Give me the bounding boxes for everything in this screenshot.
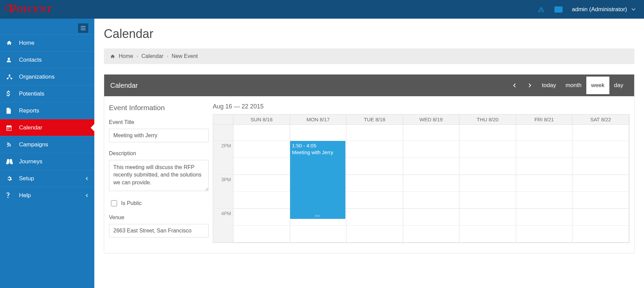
- day-header[interactable]: SAT 8/22: [572, 115, 629, 124]
- prev-button[interactable]: [507, 79, 522, 91]
- time-label: 4PM: [213, 209, 233, 243]
- calendar-panel-header: Calendar today month week day: [104, 75, 634, 96]
- breadcrumb: Home › Calendar › New Event: [104, 48, 634, 64]
- day-column[interactable]: [403, 125, 460, 243]
- week-view-button[interactable]: week: [586, 77, 609, 94]
- sidebar-item-label: Home: [19, 40, 34, 46]
- day-header[interactable]: TUE 8/18: [346, 115, 403, 124]
- sidebar-item-reports[interactable]: Reports: [0, 102, 94, 119]
- time-label: 2PM: [213, 141, 233, 175]
- day-header[interactable]: THU 8/20: [459, 115, 516, 124]
- description-label: Description: [109, 150, 209, 157]
- mail-icon[interactable]: [554, 6, 563, 13]
- breadcrumb-new-event[interactable]: New Event: [172, 53, 198, 59]
- chevron-left-icon: [86, 193, 88, 198]
- day-header[interactable]: SUN 8/16: [233, 115, 290, 124]
- next-button[interactable]: [522, 79, 537, 91]
- day-header[interactable]: WED 8/19: [403, 115, 460, 124]
- sidebar-item-label: Contacts: [19, 57, 42, 63]
- breadcrumb-sep-icon: ›: [167, 54, 168, 59]
- sidebar: HomeContactsOrganizationsPotentialsRepor…: [0, 19, 94, 288]
- dollar-icon: [6, 90, 14, 97]
- header-right: admin (Administrator): [537, 6, 636, 13]
- sidebar-item-label: Potentials: [19, 90, 44, 97]
- sidebar-item-label: Reports: [19, 107, 39, 114]
- sidebar-item-contacts[interactable]: Contacts: [0, 51, 94, 68]
- calendar-icon: [6, 125, 14, 131]
- day-column[interactable]: [572, 125, 629, 243]
- day-column[interactable]: [233, 125, 290, 243]
- sidebar-item-label: Organizations: [19, 74, 55, 80]
- day-column[interactable]: [346, 125, 403, 243]
- breadcrumb-home[interactable]: Home: [119, 53, 133, 59]
- venue-label: Venue: [109, 214, 209, 221]
- chevron-down-icon: [631, 8, 636, 11]
- chevron-left-icon: [86, 177, 88, 181]
- sidebar-item-label: Setup: [19, 175, 34, 182]
- user-label: admin (Administrator): [572, 6, 627, 13]
- sidebar-item-help[interactable]: Help: [0, 187, 94, 204]
- alert-icon[interactable]: [537, 6, 545, 13]
- sidebar-item-potentials[interactable]: Potentials: [0, 85, 94, 102]
- gear-icon: [6, 176, 14, 182]
- calendar-panel-title: Calendar: [110, 82, 138, 89]
- event-time: 1:50 - 4:05: [292, 143, 317, 148]
- home-icon: [110, 54, 115, 59]
- page-title: Calendar: [104, 27, 634, 41]
- description-input[interactable]: [109, 160, 209, 191]
- event-title: Meeting with Jerry: [292, 149, 334, 155]
- breadcrumb-calendar[interactable]: Calendar: [141, 53, 164, 59]
- calendar-event[interactable]: 1:50 - 4:05 Meeting with Jerry ==: [290, 141, 345, 219]
- is-public-label: Is Public: [121, 200, 141, 206]
- calendar-grid: SUN 8/16MON 8/17TUE 8/18WED 8/19THU 8/20…: [213, 114, 629, 243]
- question-icon: [6, 192, 14, 199]
- is-public-checkbox[interactable]: [111, 200, 117, 206]
- sidebar-item-journeys[interactable]: Journeys: [0, 153, 94, 170]
- sidebar-toggle-button[interactable]: [78, 23, 88, 33]
- sidebar-item-home[interactable]: Home: [0, 34, 94, 51]
- file-icon: [6, 108, 14, 114]
- venue-input[interactable]: [109, 224, 209, 238]
- sidebar-item-campaigns[interactable]: Campaigns: [0, 136, 94, 153]
- today-button[interactable]: today: [537, 77, 561, 94]
- brand-logo[interactable]: VVOICENTOICENT: [0, 2, 52, 17]
- rss-icon: [6, 142, 14, 147]
- home-icon: [6, 40, 14, 46]
- day-column[interactable]: [459, 125, 516, 243]
- breadcrumb-sep-icon: ›: [137, 54, 138, 59]
- date-range-label: Aug 16 — 22 2015: [213, 103, 629, 110]
- time-label: 3PM: [213, 175, 233, 209]
- sidebar-item-setup[interactable]: Setup: [0, 170, 94, 187]
- top-header: VVOICENTOICENT admin (Administrator): [0, 0, 644, 19]
- sidebar-item-calendar[interactable]: Calendar: [0, 119, 94, 136]
- sidebar-item-organizations[interactable]: Organizations: [0, 68, 94, 85]
- svg-point-0: [9, 74, 11, 76]
- road-icon: [6, 159, 14, 164]
- day-column[interactable]: [516, 125, 573, 243]
- calendar-controls: today month week day: [507, 79, 628, 91]
- drag-handle-icon[interactable]: ==: [315, 214, 320, 219]
- user-menu[interactable]: admin (Administrator): [572, 6, 636, 13]
- event-title-label: Event Title: [109, 119, 209, 125]
- sidebar-item-label: Campaigns: [19, 141, 48, 148]
- event-form: Event Information Event Title Descriptio…: [104, 96, 211, 253]
- day-header[interactable]: FRI 8/21: [516, 115, 573, 124]
- day-header[interactable]: MON 8/17: [290, 115, 347, 124]
- calendar-panel: Calendar today month week day: [104, 74, 634, 253]
- main-content: Calendar Home › Calendar › New Event Cal…: [94, 19, 644, 288]
- event-title-input[interactable]: [109, 129, 209, 142]
- user-icon: [6, 57, 14, 63]
- sidebar-item-label: Calendar: [19, 124, 42, 131]
- org-icon: [6, 74, 14, 80]
- month-view-button[interactable]: month: [561, 77, 586, 94]
- calendar-area: Aug 16 — 22 2015 SUN 8/16MON 8/17TUE 8/1…: [211, 96, 634, 253]
- day-view-button[interactable]: day: [609, 77, 628, 94]
- sidebar-item-label: Journeys: [19, 158, 42, 165]
- sidebar-item-label: Help: [19, 192, 31, 199]
- event-info-title: Event Information: [109, 104, 209, 112]
